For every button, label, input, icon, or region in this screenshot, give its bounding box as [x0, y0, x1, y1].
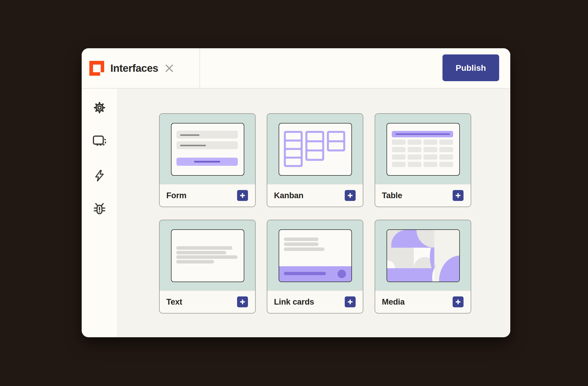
card-label-row: Media: [375, 290, 471, 313]
template-card-media[interactable]: Media: [375, 220, 471, 314]
text-preview-zone: [160, 220, 255, 291]
card-label-row: Link cards: [267, 290, 363, 313]
media-component-thumbnail: [387, 229, 460, 282]
template-card-link-cards[interactable]: Link cards: [267, 220, 363, 314]
table-cell: [423, 140, 437, 145]
text-line: [176, 251, 226, 254]
sidebar-item-zaps[interactable]: [93, 169, 106, 183]
interfaces-builder-window: Interfaces Publish: [82, 48, 510, 337]
kanban-card-cell: [286, 150, 301, 157]
sidebar-item-screens[interactable]: [93, 135, 106, 148]
link-cards-component-thumbnail: [279, 229, 352, 282]
add-link-cards-button[interactable]: [345, 296, 356, 307]
publish-button[interactable]: Publish: [442, 54, 499, 81]
table-preview-zone: [375, 114, 471, 184]
form-component-thumbnail: [171, 123, 244, 176]
kanban-card-cell: [307, 151, 322, 159]
text-component-thumbnail: [171, 229, 244, 282]
add-form-button[interactable]: [237, 190, 248, 201]
form-field-placeholder: [176, 131, 238, 139]
zap-lightning-icon: [93, 169, 106, 182]
table-cell: [408, 154, 421, 160]
publish-button-label: Publish: [456, 63, 486, 73]
card-label-row: Table: [375, 184, 471, 207]
link-card-footer-dot: [338, 270, 346, 278]
table-cell: [439, 162, 453, 167]
table-component-thumbnail: [387, 123, 460, 176]
add-table-button[interactable]: [453, 190, 464, 201]
template-card-form[interactable]: Form: [159, 113, 256, 207]
card-label: Text: [166, 291, 182, 313]
sidebar: [82, 89, 118, 337]
kanban-column: [305, 131, 324, 161]
card-label-row: Kanban: [267, 184, 363, 207]
kanban-card-cell: [307, 133, 322, 140]
plus-icon: [347, 192, 353, 199]
table-cell: [439, 140, 453, 145]
sidebar-item-debug[interactable]: [93, 202, 106, 216]
link-card-footer-line: [284, 272, 326, 275]
kanban-column: [284, 131, 303, 167]
form-preview-zone: [160, 114, 255, 184]
table-cell: [392, 154, 406, 160]
debug-bug-icon: [93, 202, 106, 215]
text-line: [176, 246, 232, 250]
desktop-backdrop: { "app": { "title": "Interfaces", "publi…: [0, 0, 588, 386]
card-label: Kanban: [274, 184, 303, 207]
card-label: Link cards: [274, 291, 314, 313]
card-label-row: Text: [160, 290, 255, 313]
card-label-row: Form: [160, 184, 255, 207]
card-label: Form: [166, 184, 186, 207]
add-text-button[interactable]: [237, 296, 248, 307]
table-cell: [408, 140, 421, 145]
card-label: Table: [382, 184, 402, 207]
form-submit-text-line: [194, 161, 220, 163]
kanban-card-cell: [329, 142, 343, 150]
plus-icon: [347, 299, 353, 305]
table-cell: [392, 162, 406, 167]
table-cell: [439, 154, 453, 160]
form-field-text-line: [180, 134, 199, 136]
kanban-card-cell: [307, 142, 322, 150]
logo-panel: Interfaces: [82, 48, 200, 88]
interfaces-logo-icon: [89, 61, 104, 76]
media-preview-zone: [375, 220, 471, 291]
table-cell: [423, 162, 437, 167]
form-field-placeholder: [176, 141, 238, 149]
link-card-text-line: [284, 238, 318, 241]
template-card-table[interactable]: Table: [375, 113, 471, 207]
plus-icon: [239, 192, 246, 199]
text-line: [176, 255, 238, 259]
table-header-line: [395, 133, 450, 135]
text-line: [176, 260, 214, 264]
table-cell: [423, 147, 437, 152]
plus-icon: [455, 192, 461, 199]
media-collage-illustration: [387, 230, 459, 282]
link-card-text-line: [284, 247, 324, 251]
screens-icon: [93, 135, 106, 148]
kanban-column: [327, 131, 345, 151]
kanban-preview-zone: [267, 114, 363, 184]
link-card-footer: [279, 266, 351, 282]
table-cell: [392, 140, 406, 145]
template-card-text[interactable]: Text: [159, 220, 256, 314]
kanban-card-cell: [286, 142, 301, 148]
form-field-text-line: [180, 145, 206, 146]
add-media-button[interactable]: [453, 296, 464, 307]
kanban-card-cell: [286, 159, 301, 165]
table-cell: [423, 154, 437, 160]
header-bar: Interfaces Publish: [82, 48, 510, 89]
add-kanban-button[interactable]: [345, 190, 356, 201]
kanban-card-cell: [329, 133, 343, 140]
table-cell: [408, 162, 421, 167]
table-cell: [408, 147, 421, 152]
card-label: Media: [382, 291, 405, 313]
app-title: Interfaces: [110, 62, 158, 74]
table-cell: [392, 147, 406, 152]
close-icon: [165, 64, 174, 73]
template-card-kanban[interactable]: Kanban: [267, 113, 363, 207]
table-cell: [439, 147, 453, 152]
close-button[interactable]: [165, 64, 174, 73]
sidebar-item-settings[interactable]: [93, 101, 106, 115]
link-cards-preview-zone: [267, 220, 363, 291]
